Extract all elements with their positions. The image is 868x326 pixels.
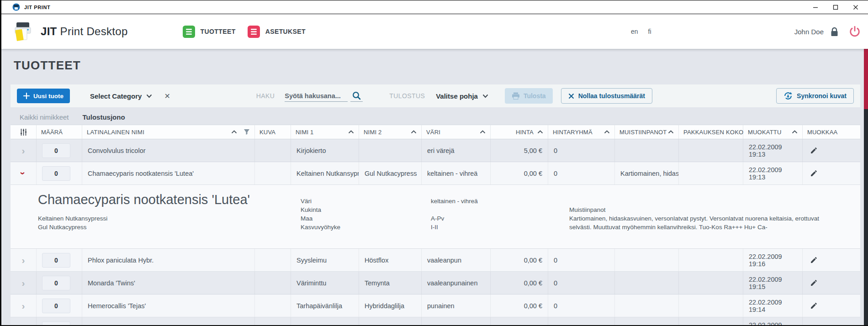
edit-button[interactable] — [808, 254, 820, 266]
window-titlebar: JIT PRINT — [1, 0, 868, 14]
header-maara[interactable]: MÄÄRÄ — [37, 125, 82, 139]
expand-row-chevron-icon[interactable]: › — [20, 146, 27, 155]
name2-cell: Höstflox — [359, 249, 422, 271]
header-muistiinpanot[interactable]: MUISTIINPANOT — [615, 125, 679, 139]
expand-row-chevron-icon[interactable]: › — [20, 278, 27, 288]
scrollbar-thumb[interactable] — [864, 47, 868, 109]
package-size-cell — [679, 294, 743, 317]
header-hinta[interactable]: HINTA — [491, 125, 548, 139]
sort-asc-icon[interactable] — [231, 130, 237, 134]
header-kuva[interactable]: KUVA — [255, 125, 291, 139]
column-settings-button[interactable] — [11, 125, 37, 139]
sort-icon[interactable] — [480, 130, 486, 134]
price-cell: 0,00 € — [491, 162, 548, 184]
modified-cell: 22.02.2009 19:14 — [743, 294, 803, 317]
latin-name-cell: Phlox paniculata Hybr. — [82, 249, 255, 271]
lang-fi[interactable]: fi — [648, 28, 651, 35]
sort-icon[interactable] — [604, 130, 610, 134]
nav-tuotteet[interactable]: TUOTTEET — [183, 26, 236, 38]
name2-cell: Hybriddaglilja — [359, 294, 422, 317]
quantity-input[interactable] — [42, 299, 70, 313]
detail-notes-label: Muistiinpanot — [569, 205, 836, 214]
expand-row-chevron-icon[interactable]: › — [20, 255, 27, 265]
image-cell — [255, 294, 291, 317]
modified-cell: 22.02.2009 19:13 — [743, 162, 803, 184]
header-vari[interactable]: VÄRI — [422, 125, 491, 139]
app-window: JIT PRINT JITPrint Desktop — [0, 0, 868, 326]
notes-cell — [615, 294, 679, 317]
header-latinalainen-nimi[interactable]: LATINALAINEN NIMI — [82, 125, 255, 139]
search-button[interactable] — [350, 91, 363, 102]
package-size-cell — [679, 139, 743, 162]
search-input[interactable] — [285, 90, 348, 102]
color-cell: eri värejä — [422, 139, 491, 162]
tab-tulostusjono[interactable]: Tulostusjono — [83, 113, 125, 123]
expand-row-chevron-icon[interactable]: › — [20, 324, 27, 326]
modified-cell: 22.02.2009 19:16 — [743, 249, 803, 271]
sort-icon[interactable] — [792, 130, 798, 134]
edit-button[interactable] — [808, 300, 820, 311]
name1-cell: Keltainen Nutkansypressi — [291, 162, 359, 184]
filter-icon[interactable] — [243, 129, 250, 135]
collapse-row-chevron-icon[interactable]: › — [19, 170, 28, 177]
header-pakkauksen-koko[interactable]: PAKKAUKSEN KOKO — [679, 125, 743, 139]
expand-row-chevron-icon[interactable]: › — [20, 301, 27, 310]
quantity-input[interactable] — [42, 253, 70, 268]
modified-cell: 22.02.2009 19:15 — [743, 272, 803, 294]
app-header: JITPrint Desktop TUOTTEET — [1, 14, 868, 49]
color-cell: punainen — [422, 294, 491, 317]
page-title-bar: TUOTTEET — [1, 49, 868, 75]
edit-button[interactable] — [808, 277, 820, 289]
sort-icon[interactable] — [348, 130, 354, 134]
name2-cell: Temynta — [359, 272, 422, 294]
chevron-down-icon — [482, 94, 488, 98]
edit-button[interactable] — [808, 145, 820, 156]
name1-cell: Tarhapäivänlilja — [291, 294, 359, 317]
image-cell — [255, 317, 291, 326]
price-group-cell: 0 — [548, 272, 615, 294]
name1-cell: Sammalleimu — [291, 317, 359, 326]
maximize-button[interactable] — [829, 2, 842, 13]
header-nimi1[interactable]: NIMI 1 — [291, 125, 359, 139]
table-row: › Hemerocallis 'Tejas' Tarhapäivänlilja … — [11, 294, 860, 317]
table-row-expanded: › Chamaecyparis nootkatensis 'Lutea' Kel… — [11, 162, 860, 185]
user-name: John Doe — [794, 28, 824, 36]
search-label: HAKU — [256, 92, 275, 100]
quantity-input[interactable] — [42, 321, 70, 326]
latin-name-cell: Hemerocallis 'Tejas' — [82, 294, 255, 317]
edit-button[interactable] — [808, 168, 820, 179]
print-button[interactable]: Tulosta — [505, 88, 553, 104]
sort-icon[interactable] — [668, 130, 674, 134]
chevron-down-icon — [146, 94, 152, 98]
sync-images-button[interactable]: Synkronoi kuvat — [776, 88, 854, 104]
nav-asetukset[interactable]: ASETUKSET — [248, 26, 306, 38]
language-switcher: en fi — [631, 28, 651, 35]
quantity-input[interactable] — [42, 276, 70, 290]
header-nimi2[interactable]: NIMI 2 — [359, 125, 422, 139]
vertical-scrollbar[interactable] — [864, 46, 868, 325]
sort-icon[interactable] — [537, 130, 543, 134]
nav-asetukset-label: ASETUKSET — [265, 28, 306, 35]
clear-category-icon[interactable]: ✕ — [164, 92, 170, 100]
logout-button[interactable] — [849, 26, 861, 37]
quantity-input[interactable] — [42, 166, 70, 181]
table-row: › Phlox subulata Sammalleimu Mossflox va… — [11, 317, 860, 326]
column-settings-icon — [20, 128, 27, 136]
tab-kaikki-nimikkeet[interactable]: Kaikki nimikkeet — [20, 113, 69, 123]
header-hintaryhma[interactable]: HINTARYHMÄ — [548, 125, 615, 139]
close-button[interactable] — [849, 2, 863, 13]
pencil-icon — [810, 169, 818, 177]
name1-cell: Kirjokierto — [291, 139, 359, 162]
edit-button[interactable] — [808, 323, 820, 326]
detail-names: Keltainen Nutkansypressi Gul Nutkacypres… — [38, 214, 107, 231]
quantity-input[interactable] — [42, 143, 70, 158]
new-product-button[interactable]: Uusi tuote — [17, 89, 70, 103]
reset-print-counts-button[interactable]: Nollaa tulostusmäärät — [561, 88, 652, 104]
header-muokattu[interactable]: MUOKATTU — [743, 125, 803, 139]
minimize-button[interactable] — [809, 2, 822, 13]
sort-icon[interactable] — [411, 130, 417, 134]
template-select[interactable]: Valitse pohja — [436, 92, 488, 100]
color-cell: valkea — [422, 317, 491, 326]
category-select[interactable]: Select Category — [90, 92, 152, 100]
lang-en[interactable]: en — [631, 28, 638, 35]
